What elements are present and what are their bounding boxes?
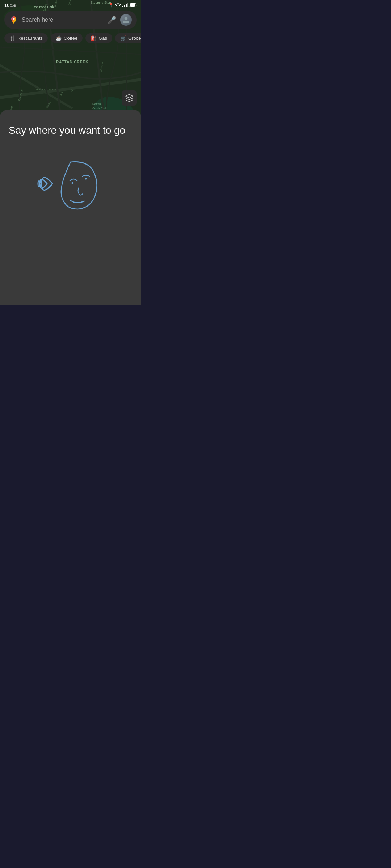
user-avatar[interactable]: [120, 14, 132, 26]
status-icons: 📍: [109, 3, 137, 8]
search-placeholder: Search here: [22, 17, 104, 23]
status-time: 10:58: [4, 3, 16, 8]
voice-animation: [9, 155, 133, 213]
coffee-icon: ☕: [56, 35, 62, 41]
svg-point-35: [72, 182, 73, 184]
search-bar[interactable]: Search here 🎤: [4, 11, 137, 29]
google-maps-logo: [9, 16, 18, 24]
layer-button[interactable]: [122, 90, 137, 106]
svg-rect-5: [130, 4, 135, 7]
location-icon: 📍: [109, 3, 114, 8]
grocery-icon: 🛒: [120, 35, 126, 41]
chip-coffee[interactable]: ☕ Coffee: [51, 33, 83, 43]
microphone-icon[interactable]: 🎤: [108, 16, 117, 24]
svg-point-36: [85, 178, 87, 179]
svg-rect-3: [127, 3, 129, 7]
voice-face-svg: [31, 155, 110, 213]
bottom-sheet: Say where you want to go: [0, 110, 141, 305]
wifi-icon: [115, 3, 121, 7]
voice-prompt-title: Say where you want to go: [9, 124, 125, 137]
chip-gas[interactable]: ⛽ Gas: [85, 33, 112, 43]
svg-point-34: [13, 18, 15, 20]
svg-rect-1: [124, 5, 125, 7]
svg-text:Rattan: Rattan: [92, 102, 101, 106]
signal-icon: [122, 3, 128, 7]
svg-rect-0: [122, 6, 123, 7]
chip-grocery[interactable]: 🛒 Grocer: [115, 33, 141, 43]
chip-restaurants[interactable]: 🍴 Restaurants: [4, 33, 48, 43]
gas-icon: ⛽: [91, 35, 96, 41]
category-chips-top: 🍴 Restaurants ☕ Coffee ⛽ Gas 🛒 Grocer: [0, 33, 141, 43]
avatar-image: [120, 14, 132, 26]
layers-icon: [125, 94, 134, 102]
gas-label: Gas: [98, 35, 107, 41]
svg-text:Creek Park: Creek Park: [92, 107, 107, 110]
svg-rect-2: [126, 4, 127, 7]
svg-text:RATTAN CREEK: RATTAN CREEK: [56, 60, 88, 64]
restaurants-icon: 🍴: [9, 35, 15, 41]
grocery-label: Grocer: [128, 35, 141, 41]
svg-text:Hunters Chase D.: Hunters Chase D.: [36, 88, 56, 91]
restaurants-label: Restaurants: [17, 35, 43, 41]
coffee-label: Coffee: [64, 35, 77, 41]
battery-icon: [130, 3, 137, 7]
status-bar: 10:58 📍: [0, 0, 141, 10]
